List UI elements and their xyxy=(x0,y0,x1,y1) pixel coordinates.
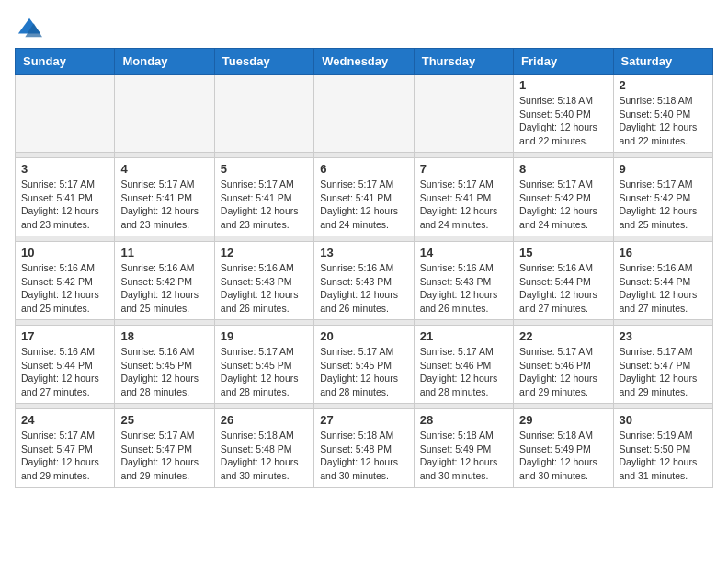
day-info: Sunrise: 5:17 AMSunset: 5:42 PMDaylight:… xyxy=(519,178,607,232)
logo xyxy=(15,15,42,37)
day-info: Sunrise: 5:17 AMSunset: 5:47 PMDaylight:… xyxy=(21,429,108,483)
day-info: Sunrise: 5:17 AMSunset: 5:41 PMDaylight:… xyxy=(221,178,308,232)
day-info: Sunrise: 5:18 AMSunset: 5:40 PMDaylight:… xyxy=(519,94,607,148)
calendar-week-row: 3Sunrise: 5:17 AMSunset: 5:41 PMDaylight… xyxy=(16,158,713,236)
day-number: 13 xyxy=(320,246,407,259)
day-info: Sunrise: 5:17 AMSunset: 5:47 PMDaylight:… xyxy=(120,429,208,483)
day-info: Sunrise: 5:16 AMSunset: 5:43 PMDaylight:… xyxy=(221,261,308,316)
day-number: 7 xyxy=(420,162,507,176)
calendar-cell: 14Sunrise: 5:16 AMSunset: 5:43 PMDayligh… xyxy=(414,242,513,320)
day-number: 9 xyxy=(620,162,707,176)
calendar-cell: 20Sunrise: 5:17 AMSunset: 5:45 PMDayligh… xyxy=(314,326,414,404)
day-number: 21 xyxy=(420,329,507,343)
day-number: 11 xyxy=(120,246,208,259)
calendar-cell xyxy=(314,75,414,153)
day-number: 30 xyxy=(620,413,707,427)
day-info: Sunrise: 5:18 AMSunset: 5:48 PMDaylight:… xyxy=(320,429,407,483)
day-info: Sunrise: 5:17 AMSunset: 5:46 PMDaylight:… xyxy=(420,345,507,399)
day-number: 22 xyxy=(519,329,607,343)
calendar-week-row: 10Sunrise: 5:16 AMSunset: 5:42 PMDayligh… xyxy=(16,242,713,320)
calendar-cell: 28Sunrise: 5:18 AMSunset: 5:49 PMDayligh… xyxy=(414,409,513,488)
calendar-table: SundayMondayTuesdayWednesdayThursdayFrid… xyxy=(15,48,713,488)
logo-icon xyxy=(17,15,42,40)
day-number: 4 xyxy=(120,162,208,176)
day-number: 28 xyxy=(420,413,507,427)
day-number: 24 xyxy=(21,413,108,427)
day-number: 1 xyxy=(519,78,607,92)
calendar-cell: 5Sunrise: 5:17 AMSunset: 5:41 PMDaylight… xyxy=(214,158,313,236)
calendar-cell: 15Sunrise: 5:16 AMSunset: 5:44 PMDayligh… xyxy=(514,242,613,320)
calendar-cell: 13Sunrise: 5:16 AMSunset: 5:43 PMDayligh… xyxy=(314,242,414,320)
day-number: 12 xyxy=(221,246,308,259)
calendar-cell: 18Sunrise: 5:16 AMSunset: 5:45 PMDayligh… xyxy=(115,326,214,404)
day-number: 16 xyxy=(620,246,707,259)
day-number: 26 xyxy=(221,413,308,427)
calendar-cell: 23Sunrise: 5:17 AMSunset: 5:47 PMDayligh… xyxy=(613,326,712,404)
day-number: 18 xyxy=(120,329,208,343)
day-number: 14 xyxy=(420,246,507,259)
calendar-header-monday: Monday xyxy=(115,49,214,75)
calendar-cell: 19Sunrise: 5:17 AMSunset: 5:45 PMDayligh… xyxy=(214,326,313,404)
calendar-cell: 29Sunrise: 5:18 AMSunset: 5:49 PMDayligh… xyxy=(514,409,613,488)
calendar-cell: 24Sunrise: 5:17 AMSunset: 5:47 PMDayligh… xyxy=(16,409,115,488)
calendar-cell xyxy=(414,75,513,153)
calendar-cell xyxy=(214,75,313,153)
day-info: Sunrise: 5:17 AMSunset: 5:46 PMDaylight:… xyxy=(519,345,607,399)
day-info: Sunrise: 5:18 AMSunset: 5:48 PMDaylight:… xyxy=(221,429,308,483)
day-number: 29 xyxy=(519,413,607,427)
day-number: 6 xyxy=(320,162,407,176)
day-number: 15 xyxy=(519,246,607,259)
day-number: 8 xyxy=(519,162,607,176)
day-info: Sunrise: 5:16 AMSunset: 5:45 PMDaylight:… xyxy=(120,345,208,399)
calendar-header-row: SundayMondayTuesdayWednesdayThursdayFrid… xyxy=(16,49,713,75)
calendar-header-wednesday: Wednesday xyxy=(314,49,414,75)
day-info: Sunrise: 5:16 AMSunset: 5:42 PMDaylight:… xyxy=(120,261,208,316)
calendar-cell xyxy=(115,75,214,153)
day-info: Sunrise: 5:16 AMSunset: 5:43 PMDaylight:… xyxy=(320,261,407,316)
day-number: 23 xyxy=(620,329,707,343)
day-info: Sunrise: 5:16 AMSunset: 5:44 PMDaylight:… xyxy=(519,261,607,316)
day-number: 19 xyxy=(221,329,308,343)
calendar-cell: 21Sunrise: 5:17 AMSunset: 5:46 PMDayligh… xyxy=(414,326,513,404)
day-info: Sunrise: 5:18 AMSunset: 5:49 PMDaylight:… xyxy=(420,429,507,483)
day-info: Sunrise: 5:17 AMSunset: 5:42 PMDaylight:… xyxy=(620,178,707,232)
calendar-week-row: 24Sunrise: 5:17 AMSunset: 5:47 PMDayligh… xyxy=(16,409,713,488)
calendar-cell: 27Sunrise: 5:18 AMSunset: 5:48 PMDayligh… xyxy=(314,409,414,488)
day-number: 27 xyxy=(320,413,407,427)
calendar-cell: 10Sunrise: 5:16 AMSunset: 5:42 PMDayligh… xyxy=(16,242,115,320)
calendar-cell: 3Sunrise: 5:17 AMSunset: 5:41 PMDaylight… xyxy=(16,158,115,236)
day-info: Sunrise: 5:17 AMSunset: 5:41 PMDaylight:… xyxy=(21,178,108,232)
day-info: Sunrise: 5:17 AMSunset: 5:45 PMDaylight:… xyxy=(320,345,407,399)
calendar-header-saturday: Saturday xyxy=(613,49,712,75)
calendar-header-friday: Friday xyxy=(514,49,613,75)
day-number: 10 xyxy=(21,246,108,259)
day-info: Sunrise: 5:17 AMSunset: 5:47 PMDaylight:… xyxy=(620,345,707,399)
day-info: Sunrise: 5:19 AMSunset: 5:50 PMDaylight:… xyxy=(620,429,707,483)
calendar-cell: 9Sunrise: 5:17 AMSunset: 5:42 PMDaylight… xyxy=(613,158,712,236)
day-info: Sunrise: 5:16 AMSunset: 5:44 PMDaylight:… xyxy=(620,261,707,316)
calendar-cell: 17Sunrise: 5:16 AMSunset: 5:44 PMDayligh… xyxy=(16,326,115,404)
day-info: Sunrise: 5:16 AMSunset: 5:44 PMDaylight:… xyxy=(21,345,108,399)
day-info: Sunrise: 5:16 AMSunset: 5:43 PMDaylight:… xyxy=(420,261,507,316)
calendar-cell: 12Sunrise: 5:16 AMSunset: 5:43 PMDayligh… xyxy=(214,242,313,320)
day-number: 25 xyxy=(120,413,208,427)
day-info: Sunrise: 5:16 AMSunset: 5:42 PMDaylight:… xyxy=(21,261,108,316)
day-info: Sunrise: 5:18 AMSunset: 5:49 PMDaylight:… xyxy=(519,429,607,483)
calendar-cell: 1Sunrise: 5:18 AMSunset: 5:40 PMDaylight… xyxy=(514,75,613,153)
day-number: 5 xyxy=(221,162,308,176)
day-number: 3 xyxy=(21,162,108,176)
calendar-cell: 11Sunrise: 5:16 AMSunset: 5:42 PMDayligh… xyxy=(115,242,214,320)
day-number: 20 xyxy=(320,329,407,343)
calendar-cell: 26Sunrise: 5:18 AMSunset: 5:48 PMDayligh… xyxy=(214,409,313,488)
calendar-cell: 7Sunrise: 5:17 AMSunset: 5:41 PMDaylight… xyxy=(414,158,513,236)
day-number: 17 xyxy=(21,329,108,343)
day-info: Sunrise: 5:18 AMSunset: 5:40 PMDaylight:… xyxy=(620,94,707,148)
calendar-cell: 8Sunrise: 5:17 AMSunset: 5:42 PMDaylight… xyxy=(514,158,613,236)
calendar-cell: 30Sunrise: 5:19 AMSunset: 5:50 PMDayligh… xyxy=(613,409,712,488)
page-header xyxy=(15,15,713,37)
calendar-cell: 6Sunrise: 5:17 AMSunset: 5:41 PMDaylight… xyxy=(314,158,414,236)
calendar-cell: 25Sunrise: 5:17 AMSunset: 5:47 PMDayligh… xyxy=(115,409,214,488)
calendar-cell: 2Sunrise: 5:18 AMSunset: 5:40 PMDaylight… xyxy=(613,75,712,153)
calendar-week-row: 1Sunrise: 5:18 AMSunset: 5:40 PMDaylight… xyxy=(16,75,713,153)
calendar-header-tuesday: Tuesday xyxy=(214,49,313,75)
